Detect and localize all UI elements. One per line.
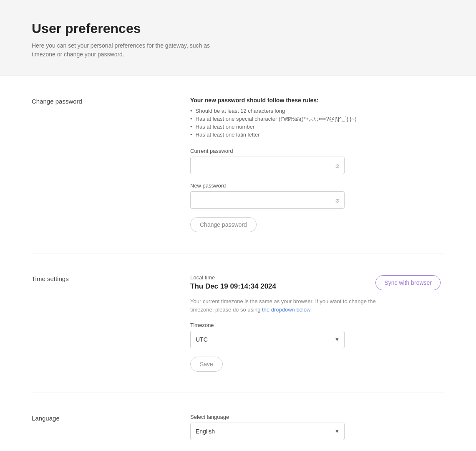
language-label: Language xyxy=(32,414,190,448)
new-password-label: New password xyxy=(190,182,441,189)
current-password-label: Current password xyxy=(190,148,441,154)
save-button[interactable]: Save xyxy=(190,357,223,372)
password-rules-list: Should be at least 12 characters long Ha… xyxy=(190,108,441,138)
new-password-input[interactable] xyxy=(190,191,345,209)
timezone-note: Your current timezone is the same as you… xyxy=(190,297,378,314)
change-password-label: Change password xyxy=(32,97,190,232)
change-password-section: Change password Your new password should… xyxy=(32,76,444,253)
timezone-select[interactable]: UTC America/New_York America/Los_Angeles… xyxy=(190,331,345,348)
language-select-wrapper: English Spanish French German Japanese C… xyxy=(190,423,345,440)
current-password-wrapper: ⌀ xyxy=(190,157,345,174)
timezone-label: Timezone xyxy=(190,322,441,328)
password-rule-4: Has at least one latin letter xyxy=(190,132,441,138)
page-title: User preferences xyxy=(32,21,444,36)
main-content: Change password Your new password should… xyxy=(0,76,476,451)
language-select[interactable]: English Spanish French German Japanese C… xyxy=(190,423,345,440)
change-password-button[interactable]: Change password xyxy=(190,217,257,232)
password-rule-3: Has at least one number xyxy=(190,124,441,130)
password-rule-2: Has at least one special character (!"#$… xyxy=(190,116,441,122)
language-content: Select language English Spanish French G… xyxy=(190,414,441,448)
header-section: User preferences Here you can set your p… xyxy=(0,0,476,76)
local-time-block: Local time Thu Dec 19 09:14:34 2024 xyxy=(190,274,276,291)
language-section: Language Select language English Spanish… xyxy=(32,393,444,451)
page-description: Here you can set your personal preferenc… xyxy=(32,41,232,59)
time-settings-section: Time settings Local time Thu Dec 19 09:1… xyxy=(32,253,444,393)
sync-with-browser-button[interactable]: Sync with browser xyxy=(375,275,441,290)
time-settings-label: Time settings xyxy=(32,274,190,372)
password-rules-title: Your new password should follow these ru… xyxy=(190,97,441,104)
new-password-toggle-icon[interactable]: ⌀ xyxy=(335,196,340,204)
password-rule-1: Should be at least 12 characters long xyxy=(190,108,441,114)
new-password-group: New password ⌀ xyxy=(190,182,441,209)
local-time-row: Local time Thu Dec 19 09:14:34 2024 Sync… xyxy=(190,274,441,291)
timezone-select-wrapper: UTC America/New_York America/Los_Angeles… xyxy=(190,331,345,348)
new-password-wrapper: ⌀ xyxy=(190,191,345,209)
current-password-group: Current password ⌀ xyxy=(190,148,441,174)
time-settings-content: Local time Thu Dec 19 09:14:34 2024 Sync… xyxy=(190,274,441,372)
current-password-input[interactable] xyxy=(190,157,345,174)
select-language-label: Select language xyxy=(190,414,441,420)
dropdown-link[interactable]: the dropdown below xyxy=(262,307,310,313)
local-time-label: Local time xyxy=(190,274,276,281)
change-password-content: Your new password should follow these ru… xyxy=(190,97,441,232)
current-password-toggle-icon[interactable]: ⌀ xyxy=(335,162,340,170)
local-time-value: Thu Dec 19 09:14:34 2024 xyxy=(190,282,276,291)
